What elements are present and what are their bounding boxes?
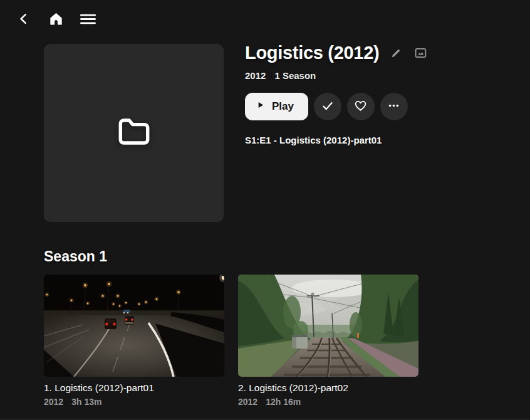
folder-icon (113, 112, 155, 154)
home-button[interactable] (48, 11, 64, 27)
play-button-label: Play (272, 100, 294, 113)
episode-card[interactable]: 2. Logistics (2012)-part02 201212h 16m (238, 275, 418, 407)
chevron-left-icon (17, 12, 31, 26)
action-buttons: Play (245, 93, 514, 120)
next-up-episode[interactable]: S1:E1 - Logistics (2012)-part01 (245, 135, 514, 145)
edit-images-button[interactable] (413, 46, 428, 61)
more-button[interactable] (380, 93, 408, 120)
episode-year: 2012 (238, 397, 257, 407)
episode-runtime: 12h 16m (266, 397, 301, 407)
title-row: Logistics (2012) (245, 43, 514, 63)
ellipsis-icon (387, 99, 400, 114)
episode-year: 2012 (44, 397, 63, 407)
check-icon (321, 99, 335, 115)
railway-forest-scene (238, 275, 418, 377)
episode-title[interactable]: 1. Logistics (2012)-part01 (44, 382, 224, 394)
series-poster[interactable] (44, 44, 224, 222)
episode-meta: 20123h 13m (44, 397, 224, 407)
pencil-icon (390, 47, 402, 61)
season-count: 1 Season (274, 70, 316, 81)
episode-thumbnail-night-highway[interactable] (44, 275, 224, 377)
episode-title[interactable]: 2. Logistics (2012)-part02 (238, 382, 418, 394)
episode-thumbnail-railway-forest[interactable] (238, 275, 418, 377)
page-title: Logistics (2012) (245, 43, 379, 63)
play-button[interactable]: Play (245, 93, 308, 120)
edit-metadata-button[interactable] (388, 46, 403, 61)
menu-icon (80, 11, 96, 27)
details-panel: Logistics (2012) 20121 Season Play (245, 43, 514, 145)
meta-row: 20121 Season (245, 70, 514, 81)
menu-button[interactable] (80, 11, 96, 27)
top-bar (16, 11, 96, 27)
heart-icon (353, 98, 368, 115)
episode-cards: 1. Logistics (2012)-part01 20123h 13m (44, 275, 418, 407)
home-icon (48, 11, 64, 27)
season-section: Season 1 (44, 248, 418, 407)
image-icon (414, 46, 427, 61)
episode-card[interactable]: 1. Logistics (2012)-part01 20123h 13m (44, 275, 224, 407)
favorite-button[interactable] (347, 93, 375, 120)
play-icon (256, 100, 265, 113)
mark-played-button[interactable] (314, 93, 341, 120)
season-heading[interactable]: Season 1 (44, 248, 418, 265)
night-highway-scene (44, 275, 224, 377)
episode-runtime: 3h 13m (71, 397, 101, 407)
production-year: 2012 (245, 70, 266, 81)
back-button[interactable] (16, 11, 32, 27)
episode-meta: 201212h 16m (238, 397, 418, 407)
